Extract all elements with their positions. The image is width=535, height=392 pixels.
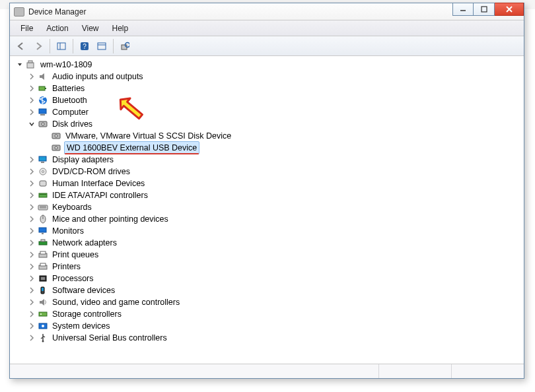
tree-category[interactable]: Universal Serial Bus controllers [11,332,522,344]
expand-toggle-icon[interactable] [27,321,36,331]
expand-toggle-icon[interactable] [27,191,36,200]
svg-rect-49 [42,288,44,291]
tree-category[interactable]: Print queues [11,249,522,261]
tree-item-label: Human Interface Devices [51,178,146,189]
tree-item-label: Keyboards [51,201,93,213]
expand-toggle-icon[interactable] [27,226,36,236]
tree-category[interactable]: Network adapters [11,237,522,249]
tree-category[interactable]: Keyboards [11,201,522,213]
expand-toggle-icon[interactable] [27,310,36,319]
expand-toggle-icon[interactable] [27,333,36,343]
menu-view[interactable]: View [77,22,104,35]
tree-item-label: Sound, video and game controllers [51,296,181,308]
sound-icon [38,298,48,307]
forward-button[interactable] [31,39,46,53]
back-button[interactable] [14,39,28,53]
tree-item-label: Monitors [51,225,85,237]
expand-toggle-icon[interactable] [15,60,24,69]
device-tree-panel[interactable]: wm-w10-1809 Audio inputs and outputs Bat… [10,56,524,364]
hid-icon [38,179,48,188]
expand-toggle-icon[interactable] [27,262,36,271]
titlebar[interactable]: Device Manager [10,3,524,20]
expand-toggle-icon[interactable] [27,167,36,176]
expand-toggle-icon[interactable] [27,155,36,164]
close-button[interactable] [495,3,524,16]
tree-category[interactable]: Computer [11,106,522,118]
expand-toggle-icon[interactable] [27,286,36,295]
expand-toggle-icon[interactable] [27,214,36,224]
svg-rect-50 [39,312,47,316]
storage-icon [38,310,48,319]
expand-toggle-icon[interactable] [27,119,36,129]
tree-category[interactable]: Human Interface Devices [11,178,522,189]
show-hide-tree-button[interactable] [54,39,69,53]
tree-category[interactable]: Processors [11,273,522,284]
expand-toggle-icon[interactable] [27,298,36,307]
tree-category[interactable]: Disk drives [11,118,522,130]
expand-toggle-icon[interactable] [27,84,36,93]
tree-item-label: Mice and other pointing devices [51,213,170,225]
computer-icon [38,108,48,117]
tree-category[interactable]: DVD/CD-ROM drives [11,166,522,178]
properties-button[interactable] [94,39,109,53]
expand-toggle-icon[interactable] [27,72,36,81]
system-icon [38,321,48,331]
svg-rect-43 [40,251,46,254]
expand-toggle-icon[interactable] [27,203,36,212]
tree-device[interactable]: VMware, VMware Virtual S SCSI Disk Devic… [11,130,522,142]
svg-rect-4 [57,43,65,49]
keyboard-icon [38,203,48,212]
tree-category[interactable]: Storage controllers [11,308,522,320]
printer-icon [38,262,48,271]
maximize-button[interactable] [474,3,495,16]
menu-help[interactable]: Help [107,22,134,35]
tree-category[interactable]: Display adapters [11,154,522,166]
tree-category[interactable]: System devices [11,320,522,332]
tree-device[interactable]: WD 1600BEV External USB Device [11,142,522,154]
tree-item-label: Software devices [51,284,116,296]
tree-category[interactable]: Audio inputs and outputs [11,71,522,82]
expand-toggle-icon[interactable] [27,274,36,283]
svg-line-12 [129,46,129,47]
svg-rect-15 [39,86,45,90]
tree-category[interactable]: Software devices [11,284,522,296]
svg-point-51 [40,313,42,315]
svg-point-53 [42,325,44,327]
monitor-icon [38,226,48,236]
tree-category[interactable]: Batteries [11,82,522,94]
expand-toggle-icon[interactable] [27,179,36,188]
tree-root[interactable]: wm-w10-1809 [11,59,522,71]
tree-category[interactable]: Monitors [11,225,522,237]
svg-rect-26 [39,156,46,161]
printq-icon [38,250,48,259]
menu-file[interactable]: File [15,22,38,35]
svg-point-54 [42,341,44,343]
menu-action[interactable]: Action [41,22,73,35]
disk-icon [51,131,61,141]
tree-item-label: WD 1600BEV External USB Device [64,141,199,154]
expand-toggle-icon[interactable] [27,250,36,259]
tree-category[interactable]: Bluetooth [11,94,522,106]
expand-toggle-icon[interactable] [27,96,36,105]
tree-item-label: IDE ATA/ATAPI controllers [51,189,149,201]
svg-rect-41 [41,240,45,242]
scan-hardware-button[interactable] [118,39,132,53]
expand-toggle-icon[interactable] [27,238,36,247]
svg-rect-27 [41,162,44,163]
tree-item-label: Display adapters [51,154,115,166]
disk-icon [51,143,61,152]
expand-toggle-icon[interactable] [27,108,36,117]
help-button[interactable]: ? [77,39,92,53]
window-title: Device Manager [28,7,86,16]
tree-category[interactable]: Sound, video and game controllers [11,296,522,308]
tree-item-label: Print queues [51,249,100,261]
tree-item-label: Network adapters [51,237,118,249]
tree-item-label: Disk drives [51,118,94,130]
svg-point-21 [42,123,44,125]
minimize-button[interactable] [452,3,474,16]
tree-category[interactable]: Printers [11,261,522,273]
tree-category[interactable]: Mice and other pointing devices [11,213,522,225]
tree-category[interactable]: IDE ATA/ATAPI controllers [11,189,522,201]
tree-item-label: Audio inputs and outputs [51,71,145,82]
disk-icon [38,119,48,129]
